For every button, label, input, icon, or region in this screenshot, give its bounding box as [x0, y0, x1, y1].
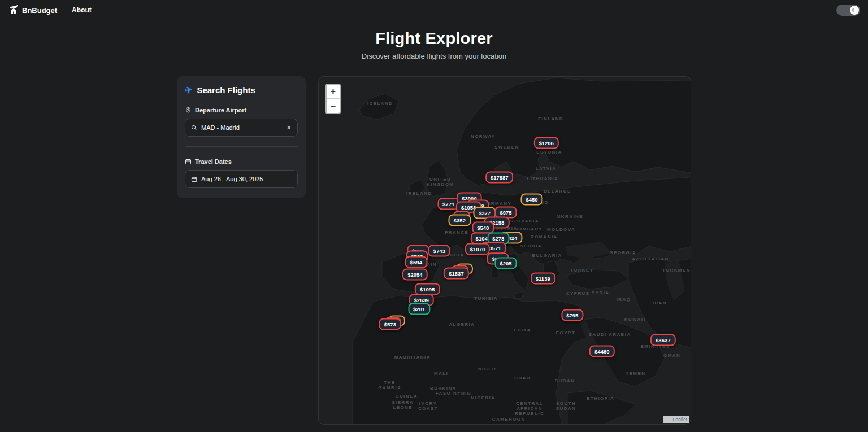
- zoom-in-button[interactable]: +: [327, 85, 340, 99]
- clear-airport-button[interactable]: ✕: [287, 125, 292, 131]
- theme-toggle[interactable]: ☾: [836, 5, 860, 16]
- departure-airport-label: Departure Airport: [185, 107, 298, 114]
- map-attribution: Leaflet: [663, 416, 689, 423]
- brand-logo[interactable]: BnBudget: [8, 5, 57, 16]
- page-subtitle: Discover affordable flights from your lo…: [0, 52, 868, 60]
- price-marker[interactable]: $17887: [485, 171, 514, 183]
- page-title: Flight Explorer: [0, 29, 868, 48]
- price-marker[interactable]: $694: [405, 256, 427, 268]
- price-marker[interactable]: $743: [428, 245, 450, 257]
- price-marker[interactable]: $352: [449, 214, 471, 226]
- zoom-out-button[interactable]: −: [327, 99, 340, 113]
- flight-map[interactable]: ICELANDNORWAYSWEDENFINLANDESTONIALATVIAL…: [318, 76, 691, 425]
- ukraine-flag-icon: [666, 418, 671, 421]
- header: BnBudget About ☾: [0, 0, 868, 20]
- search-panel-title: ✈ Search Flights: [185, 85, 298, 95]
- price-marker[interactable]: $1095: [415, 283, 440, 295]
- price-marker[interactable]: $573: [379, 318, 401, 330]
- leaflet-link[interactable]: Leaflet: [672, 417, 687, 422]
- price-marker[interactable]: $540: [472, 221, 494, 233]
- search-panel: ✈ Search Flights Departure Airport MAD -…: [177, 76, 306, 198]
- price-marker[interactable]: $450: [520, 194, 542, 206]
- plane-house-logo-icon: [8, 5, 19, 16]
- airport-search-input[interactable]: MAD - Madrid ✕: [185, 119, 298, 137]
- price-marker[interactable]: $205: [494, 258, 517, 269]
- map-zoom-control: + −: [326, 84, 341, 114]
- price-marker[interactable]: $3637: [650, 334, 675, 346]
- map-pin-icon: [185, 107, 192, 114]
- airplane-icon: ✈: [184, 84, 193, 96]
- panel-divider: [185, 146, 298, 147]
- calendar-icon: [185, 158, 192, 165]
- price-marker[interactable]: $2054: [402, 268, 427, 280]
- airport-value: MAD - Madrid: [201, 124, 283, 131]
- travel-dates-label: Travel Dates: [185, 158, 298, 165]
- brand-name: BnBudget: [22, 6, 57, 15]
- price-marker[interactable]: $1139: [531, 272, 555, 284]
- price-marker[interactable]: $4460: [589, 346, 614, 357]
- calendar-icon: [191, 176, 197, 182]
- price-marker[interactable]: $1837: [444, 268, 468, 280]
- dates-value: Aug 26 - Aug 30, 2025: [201, 176, 292, 182]
- price-marker[interactable]: $281: [408, 303, 430, 315]
- nav-about[interactable]: About: [72, 6, 92, 14]
- price-marker[interactable]: $795: [561, 309, 583, 321]
- date-range-input[interactable]: Aug 26 - Aug 30, 2025: [185, 170, 298, 188]
- price-marker[interactable]: $1206: [533, 137, 558, 149]
- search-icon: [191, 125, 197, 131]
- search-panel-title-text: Search Flights: [197, 85, 255, 95]
- moon-icon: ☾: [850, 6, 859, 15]
- hero: Flight Explorer Discover affordable flig…: [0, 29, 868, 60]
- price-marker[interactable]: $1070: [465, 243, 490, 255]
